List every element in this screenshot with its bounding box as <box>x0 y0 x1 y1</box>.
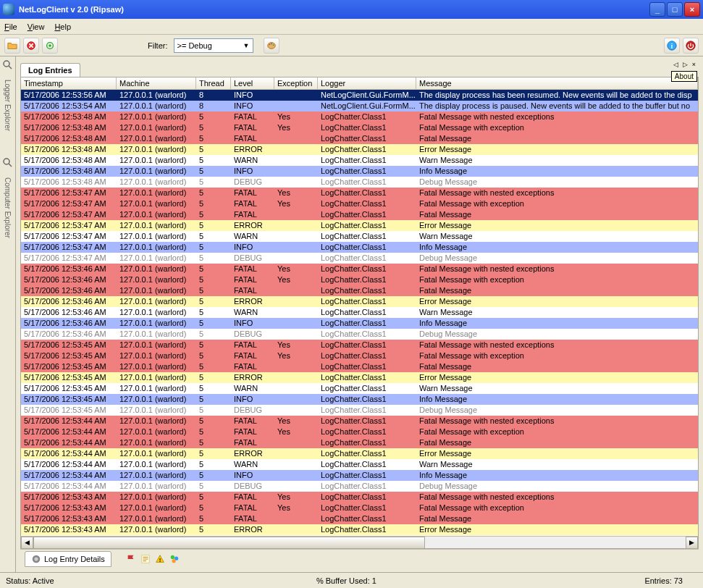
scroll-thumb[interactable] <box>33 537 425 549</box>
tab-log-entry-details[interactable]: Log Entry Details <box>25 551 111 567</box>
table-row[interactable]: 5/17/2006 12:53:45 AM127.0.0.1 (warlord)… <box>21 340 698 350</box>
note-icon[interactable] <box>140 554 151 564</box>
svg-point-13 <box>34 557 38 560</box>
stop-button[interactable] <box>23 38 39 54</box>
table-row[interactable]: 5/17/2006 12:53:46 AM127.0.0.1 (warlord)… <box>21 296 698 307</box>
table-row[interactable]: 5/17/2006 12:53:45 AM127.0.0.1 (warlord)… <box>21 372 698 383</box>
sidebar-tab-logger[interactable]: Logger Explorer <box>4 80 12 131</box>
table-row[interactable]: 5/17/2006 12:53:44 AM127.0.0.1 (warlord)… <box>21 470 698 481</box>
menubar: File View Help <box>0 19 703 35</box>
table-row[interactable]: 5/17/2006 12:53:44 AM127.0.0.1 (warlord)… <box>21 416 698 427</box>
scroll-left-icon[interactable]: ◀ <box>21 537 33 549</box>
svg-text:i: i <box>671 42 673 49</box>
svg-point-6 <box>272 44 274 46</box>
table-row[interactable]: 5/17/2006 12:53:45 AM127.0.0.1 (warlord)… <box>21 361 698 372</box>
table-row[interactable]: 5/17/2006 12:53:48 AM127.0.0.1 (warlord)… <box>21 155 698 166</box>
table-row[interactable]: 5/17/2006 12:53:45 AM127.0.0.1 (warlord)… <box>21 350 698 361</box>
table-row[interactable]: 5/17/2006 12:53:48 AM127.0.0.1 (warlord)… <box>21 166 698 177</box>
table-row[interactable]: 5/17/2006 12:53:46 AM127.0.0.1 (warlord)… <box>21 285 698 296</box>
table-row[interactable]: 5/17/2006 12:53:46 AM127.0.0.1 (warlord)… <box>21 274 698 285</box>
svg-text:!: ! <box>159 556 161 563</box>
menu-help[interactable]: Help <box>54 22 71 31</box>
status-entries: Entries: 73 <box>644 576 683 585</box>
minimize-button[interactable]: _ <box>649 2 665 17</box>
maximize-button[interactable]: □ <box>667 2 683 17</box>
col-machine[interactable]: Machine <box>117 77 196 89</box>
close-button[interactable]: × <box>684 2 700 17</box>
table-row[interactable]: 5/17/2006 12:53:47 AM127.0.0.1 (warlord)… <box>21 188 698 198</box>
table-row[interactable]: 5/17/2006 12:53:43 AM127.0.0.1 (warlord)… <box>21 503 698 513</box>
col-logger[interactable]: Logger <box>318 77 416 89</box>
table-row[interactable]: 5/17/2006 12:53:47 AM127.0.0.1 (warlord)… <box>21 209 698 220</box>
details-icon <box>31 554 41 564</box>
table-row[interactable]: 5/17/2006 12:53:43 AM127.0.0.1 (warlord)… <box>21 513 698 524</box>
table-row[interactable]: 5/17/2006 12:53:48 AM127.0.0.1 (warlord)… <box>21 112 698 122</box>
table-row[interactable]: 5/17/2006 12:53:48 AM127.0.0.1 (warlord)… <box>21 122 698 133</box>
scroll-right-icon[interactable]: ▶ <box>686 537 698 549</box>
menu-file[interactable]: File <box>4 22 17 31</box>
filter-select[interactable]: >= Debug ▼ <box>174 38 253 53</box>
info-button[interactable]: i <box>664 38 680 54</box>
tab-log-entries[interactable]: Log Entries <box>20 63 80 77</box>
col-level[interactable]: Level <box>231 77 274 89</box>
search-icon[interactable] <box>2 157 14 169</box>
table-row[interactable]: 5/17/2006 12:53:45 AM127.0.0.1 (warlord)… <box>21 383 698 394</box>
table-row[interactable]: 5/17/2006 12:53:47 AM127.0.0.1 (warlord)… <box>21 231 698 242</box>
open-button[interactable] <box>4 38 20 54</box>
col-message[interactable]: Message <box>416 77 698 89</box>
svg-point-16 <box>171 555 174 558</box>
grid-header: Timestamp Machine Thread Level Exception… <box>21 77 698 90</box>
col-thread[interactable]: Thread <box>196 77 231 89</box>
table-row[interactable]: 5/17/2006 12:53:46 AM127.0.0.1 (warlord)… <box>21 307 698 318</box>
svg-point-11 <box>4 159 9 164</box>
table-row[interactable]: 5/17/2006 12:53:43 AM127.0.0.1 (warlord)… <box>21 524 698 535</box>
table-row[interactable]: 5/17/2006 12:53:46 AM127.0.0.1 (warlord)… <box>21 329 698 340</box>
palette-button[interactable] <box>264 38 279 54</box>
chart-icon[interactable] <box>169 554 180 564</box>
table-row[interactable]: 5/17/2006 12:53:43 AM127.0.0.1 (warlord)… <box>21 492 698 503</box>
flag-icon[interactable] <box>126 554 136 564</box>
table-row[interactable]: 5/17/2006 12:53:46 AM127.0.0.1 (warlord)… <box>21 264 698 274</box>
titlebar: NetLogClient v 2.0 (Ripsaw) _ □ × <box>0 0 703 19</box>
table-row[interactable]: 5/17/2006 12:53:47 AM127.0.0.1 (warlord)… <box>21 242 698 253</box>
status-buffer: % Buffer Used: 1 <box>316 576 376 585</box>
svg-point-2 <box>49 44 51 47</box>
table-row[interactable]: 5/17/2006 12:53:45 AM127.0.0.1 (warlord)… <box>21 405 698 416</box>
table-row[interactable]: 5/17/2006 12:53:54 AM127.0.0.1 (warlord)… <box>21 101 698 112</box>
about-tooltip: About <box>671 71 697 82</box>
menu-view[interactable]: View <box>28 22 45 31</box>
svg-point-4 <box>269 43 270 45</box>
table-row[interactable]: 5/17/2006 12:53:46 AM127.0.0.1 (warlord)… <box>21 318 698 329</box>
table-row[interactable]: 5/17/2006 12:53:47 AM127.0.0.1 (warlord)… <box>21 220 698 231</box>
sidebar-tab-computer[interactable]: Computer Explorer <box>4 177 12 238</box>
table-row[interactable]: 5/17/2006 12:53:44 AM127.0.0.1 (warlord)… <box>21 481 698 492</box>
table-row[interactable]: 5/17/2006 12:53:56 AM127.0.0.1 (warlord)… <box>21 90 698 101</box>
table-row[interactable]: 5/17/2006 12:53:47 AM127.0.0.1 (warlord)… <box>21 198 698 209</box>
app-icon <box>3 4 14 15</box>
search-icon[interactable] <box>2 59 14 71</box>
table-row[interactable]: 5/17/2006 12:53:47 AM127.0.0.1 (warlord)… <box>21 253 698 264</box>
warning-icon[interactable]: ! <box>155 554 165 564</box>
table-row[interactable]: 5/17/2006 12:53:44 AM127.0.0.1 (warlord)… <box>21 459 698 470</box>
table-row[interactable]: 5/17/2006 12:53:48 AM127.0.0.1 (warlord)… <box>21 133 698 144</box>
grid-body[interactable]: 5/17/2006 12:53:56 AM127.0.0.1 (warlord)… <box>21 90 698 536</box>
tab-scroll-left-icon[interactable]: ◁ <box>672 61 680 68</box>
tab-scroll-right-icon[interactable]: ▷ <box>681 61 689 68</box>
col-timestamp[interactable]: Timestamp <box>21 77 117 89</box>
table-row[interactable]: 5/17/2006 12:53:44 AM127.0.0.1 (warlord)… <box>21 437 698 448</box>
table-row[interactable]: 5/17/2006 12:53:44 AM127.0.0.1 (warlord)… <box>21 427 698 437</box>
statusbar: Status: Active % Buffer Used: 1 Entries:… <box>0 572 703 588</box>
table-row[interactable]: 5/17/2006 12:53:45 AM127.0.0.1 (warlord)… <box>21 394 698 405</box>
power-button[interactable] <box>683 38 699 54</box>
option-button[interactable] <box>42 38 58 54</box>
status-active: Status: Active <box>6 576 54 585</box>
chevron-down-icon: ▼ <box>243 42 250 49</box>
horizontal-scrollbar[interactable]: ◀ ▶ <box>21 536 698 548</box>
table-row[interactable]: 5/17/2006 12:53:48 AM127.0.0.1 (warlord)… <box>21 144 698 155</box>
col-exception[interactable]: Exception <box>274 77 318 89</box>
bottom-bar: Log Entry Details ! <box>20 549 699 568</box>
table-row[interactable]: 5/17/2006 12:53:48 AM127.0.0.1 (warlord)… <box>21 177 698 188</box>
filter-label: Filter: <box>148 41 168 50</box>
tab-close-icon[interactable]: × <box>691 61 697 68</box>
table-row[interactable]: 5/17/2006 12:53:44 AM127.0.0.1 (warlord)… <box>21 448 698 459</box>
